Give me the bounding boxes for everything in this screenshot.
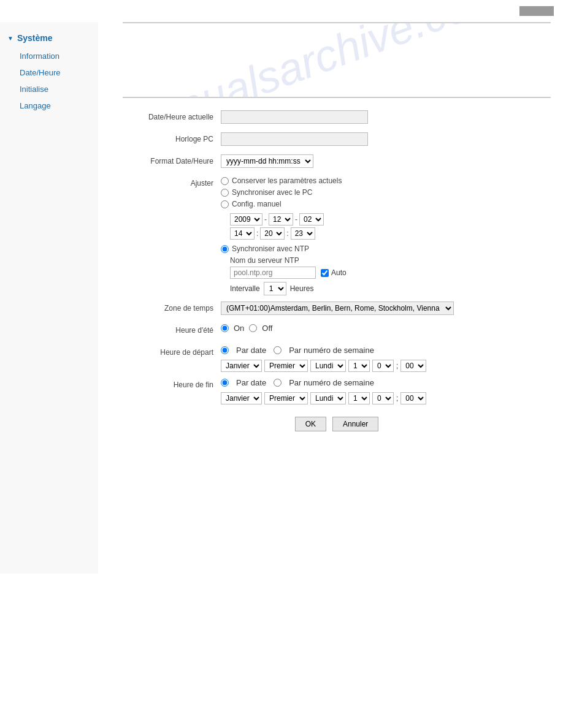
sidebar-items: Information Date/Heure Initialise Langag…	[0, 48, 98, 114]
row-format-date-heure: Format Date/Heure yyyy-mm-dd hh:mm:ss	[123, 154, 551, 170]
select-depart-num[interactable]: 1	[348, 360, 370, 372]
value-heure-fin: Par date Par numéro de semaine Janvier P…	[221, 378, 551, 404]
label-heure-depart: Heure de départ	[123, 346, 221, 357]
value-heure-ete: On Off	[221, 324, 551, 333]
heure-fin-radios: Par date Par numéro de semaine	[221, 378, 551, 387]
radio-sync-ntp[interactable]	[221, 245, 229, 253]
select-zone-temps[interactable]: (GMT+01:00)Amsterdam, Berlin, Bern, Rome…	[221, 301, 454, 315]
value-heure-depart: Par date Par numéro de semaine Janvier P…	[221, 346, 551, 372]
on-off-row: On Off	[221, 324, 551, 333]
select-depart-semaine[interactable]: Premier	[264, 360, 308, 372]
sidebar-item-dateheure[interactable]: Date/Heure	[12, 64, 98, 81]
top-bar-button[interactable]	[519, 6, 554, 16]
ntp-row: Auto	[230, 267, 551, 279]
sidebar: ▼ Système Information Date/Heure Initial…	[0, 22, 98, 574]
radio-sync-pc[interactable]	[221, 189, 229, 197]
label-on: On	[234, 324, 244, 333]
select-fin-minute[interactable]: 00	[400, 392, 426, 404]
radio-heure-ete-off[interactable]	[249, 324, 257, 332]
sidebar-item-information[interactable]: Information	[12, 48, 98, 64]
select-fin-jour[interactable]: Lundi	[310, 392, 346, 404]
label-auto: Auto	[331, 268, 347, 277]
radio-depart-par-semaine[interactable]	[274, 346, 282, 354]
label-off: Off	[262, 324, 272, 333]
heure-fin-controls: Janvier Premier Lundi 1	[221, 392, 551, 404]
select-day[interactable]: 02	[299, 213, 324, 226]
sep1: -	[264, 215, 267, 224]
label-fin-par-date: Par date	[236, 378, 266, 387]
label-heure-ete: Heure d'été	[123, 324, 221, 335]
select-depart-minute[interactable]: 00	[400, 360, 426, 372]
label-horloge-pc: Horloge PC	[123, 132, 221, 143]
select-depart-jour[interactable]: Lundi	[310, 360, 346, 372]
button-row: OK Annuler	[123, 417, 551, 431]
select-depart-mois[interactable]: Janvier	[221, 360, 262, 372]
watermark: manualsarchive.com	[123, 23, 510, 97]
sep4: :	[286, 229, 288, 238]
select-minute[interactable]: 20	[260, 227, 285, 240]
ntp-section: Nom du serveur NTP Auto Intervalle	[221, 256, 551, 295]
row-heure-depart: Heure de départ Par date Par numéro de s…	[123, 346, 551, 372]
label-ajuster: Ajuster	[123, 176, 221, 188]
radio-config-manuel[interactable]	[221, 200, 229, 208]
radio-heure-ete-on[interactable]	[221, 324, 229, 332]
radio-depart-par-date[interactable]	[221, 346, 229, 354]
value-horloge-pc: 2009-12-02 14:20:29	[221, 132, 551, 146]
heure-depart-radios: Par date Par numéro de semaine	[221, 346, 551, 355]
date-inputs-date: 2009 - 12 - 02	[230, 213, 551, 226]
label-zone-temps: Zone de temps	[123, 301, 221, 313]
select-fin-heure[interactable]: 0	[372, 392, 394, 404]
row-date-heure-actuelle: Date/Heure actuelle 2009-12-02 14:20:27	[123, 110, 551, 126]
radio-row-config-manuel: Config. manuel	[221, 200, 551, 208]
label-conserver: Conserver les paramètres actuels	[232, 176, 342, 185]
radio-row-sync-ntp: Synchroniser avec NTP	[221, 245, 551, 253]
radio-fin-par-date[interactable]	[221, 379, 229, 387]
select-second[interactable]: 23	[291, 227, 315, 240]
sep-depart: ;	[396, 362, 398, 370]
select-fin-semaine[interactable]: Premier	[264, 392, 308, 404]
annuler-button[interactable]: Annuler	[332, 417, 378, 431]
input-date-heure-actuelle: 2009-12-02 14:20:27	[221, 110, 368, 124]
manual-date-inputs: 2009 - 12 - 02	[221, 211, 551, 241]
heure-depart-controls: Janvier Premier Lundi 1	[221, 360, 551, 372]
sidebar-section-label: Système	[17, 33, 53, 43]
heures-label: Heures	[290, 284, 314, 293]
ntp-server-input[interactable]	[230, 267, 316, 279]
value-ajuster: Conserver les paramètres actuels Synchro…	[221, 176, 551, 295]
select-format-date-heure[interactable]: yyyy-mm-dd hh:mm:ss	[221, 154, 313, 168]
label-depart-par-date: Par date	[236, 346, 266, 355]
ntp-server-label: Nom du serveur NTP	[230, 256, 551, 265]
checkbox-auto[interactable]	[321, 269, 329, 277]
label-config-manuel: Config. manuel	[232, 200, 282, 208]
select-interval[interactable]: 1	[264, 282, 286, 295]
sidebar-item-initialise[interactable]: Initialise	[12, 81, 98, 97]
select-depart-heure[interactable]: 0	[372, 360, 394, 372]
radio-conserver[interactable]	[221, 177, 229, 185]
main-layout: ▼ Système Information Date/Heure Initial…	[0, 22, 563, 574]
label-heure-fin: Heure de fin	[123, 378, 221, 389]
select-hour[interactable]: 14	[230, 227, 255, 240]
ok-button[interactable]: OK	[295, 417, 326, 431]
value-zone-temps: (GMT+01:00)Amsterdam, Berlin, Bern, Rome…	[221, 301, 551, 315]
sidebar-item-langage[interactable]: Langage	[12, 97, 98, 114]
sep2: -	[295, 215, 297, 224]
label-sync-pc: Synchroniser avec le PC	[232, 188, 312, 197]
input-horloge-pc: 2009-12-02 14:20:29	[221, 132, 368, 146]
select-fin-num[interactable]: 1	[348, 392, 370, 404]
row-ajuster: Ajuster Conserver les paramètres actuels…	[123, 176, 551, 295]
interval-label: Intervalle	[230, 284, 260, 293]
sidebar-arrow-icon: ▼	[7, 35, 13, 42]
select-year[interactable]: 2009	[230, 213, 262, 226]
form-section: Date/Heure actuelle 2009-12-02 14:20:27 …	[123, 98, 551, 431]
value-date-heure-actuelle: 2009-12-02 14:20:27	[221, 110, 551, 124]
watermark-area: manualsarchive.com	[123, 23, 551, 97]
select-month[interactable]: 12	[269, 213, 293, 226]
radio-row-sync-pc: Synchroniser avec le PC	[221, 188, 551, 197]
radio-row-conserver: Conserver les paramètres actuels	[221, 176, 551, 185]
sep3: :	[256, 229, 258, 238]
heure-depart-section: Par date Par numéro de semaine Janvier P…	[221, 346, 551, 372]
sidebar-section-systeme[interactable]: ▼ Système	[0, 28, 98, 48]
radio-group-ajuster: Conserver les paramètres actuels Synchro…	[221, 176, 551, 295]
select-fin-mois[interactable]: Janvier	[221, 392, 262, 404]
radio-fin-par-semaine[interactable]	[274, 379, 282, 387]
